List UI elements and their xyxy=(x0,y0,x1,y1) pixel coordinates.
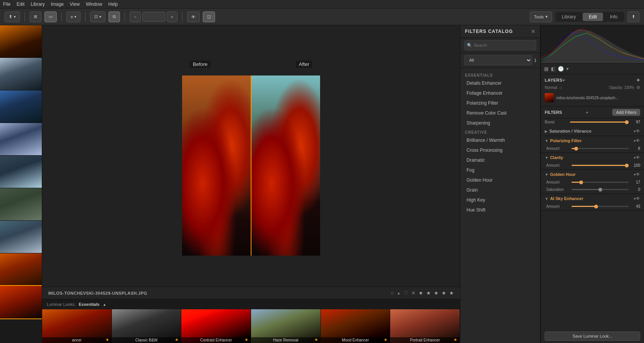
ai-sky-amount-thumb[interactable] xyxy=(594,205,598,208)
split-line[interactable] xyxy=(251,75,251,256)
panel-chevron[interactable]: ▾ xyxy=(566,66,569,72)
list-view-button[interactable]: ≡ ▾ xyxy=(66,11,80,22)
menu-library[interactable]: Library xyxy=(31,2,45,7)
menu-window[interactable]: Window xyxy=(86,2,102,7)
layers-icon[interactable]: ◧ xyxy=(551,66,555,72)
tools-button[interactable]: Tools ▾ xyxy=(530,11,552,22)
add-filters-button[interactable]: Add Filters xyxy=(612,109,640,116)
heart-icon[interactable]: ♡ xyxy=(404,290,408,296)
look-star-3[interactable]: ★ xyxy=(245,337,248,342)
menu-edit[interactable]: Edit xyxy=(16,2,25,7)
boost-thumb[interactable] xyxy=(625,120,629,124)
blend-mode-select[interactable]: Normal xyxy=(545,85,557,90)
tab-edit[interactable]: Edit xyxy=(583,13,603,21)
golden-hour-saturation-thumb[interactable] xyxy=(598,188,602,192)
star-1[interactable]: ★ xyxy=(419,290,423,296)
ai-sky-amount-track[interactable] xyxy=(572,206,629,207)
category-chevron[interactable]: ▲ xyxy=(103,302,107,307)
star-4[interactable]: ★ xyxy=(442,290,446,296)
star-3[interactable]: ★ xyxy=(434,290,439,296)
star-2[interactable]: ★ xyxy=(426,290,431,296)
save-luminar-look-button[interactable]: Save Luminar Look... xyxy=(545,332,640,341)
clock-icon[interactable]: 🕐 xyxy=(558,66,564,72)
look-thumb-5[interactable]: Mood Enhancer ★ xyxy=(321,309,391,343)
looks-category[interactable]: Essentials xyxy=(79,302,99,307)
polarizing-chevron[interactable]: ▼ xyxy=(545,139,549,143)
zoom-out-button[interactable]: − xyxy=(130,11,140,22)
look-star-2[interactable]: ★ xyxy=(175,337,179,342)
menu-view[interactable]: View xyxy=(70,2,80,7)
tab-library[interactable]: Library xyxy=(556,13,582,21)
before-after-button[interactable]: ◫ xyxy=(203,11,215,22)
fc-category-select[interactable]: All xyxy=(464,55,532,65)
filmstrip-thumb-1[interactable] xyxy=(0,25,42,58)
fc-item-high-key[interactable]: High Key xyxy=(460,195,540,205)
zoom-input[interactable]: 10% xyxy=(142,12,165,22)
golden-hour-amount-track[interactable] xyxy=(572,182,629,183)
fc-item-grain[interactable]: Grain xyxy=(460,185,540,195)
filter-header-polarizing[interactable]: ▼ Polarizing Filter ▾ 👁 xyxy=(541,136,644,145)
look-thumb-6[interactable]: Portrait Enhancer ★ xyxy=(390,309,460,343)
golden-hour-eye-icon[interactable]: 👁 xyxy=(636,172,640,177)
share-button[interactable]: ⬆ xyxy=(628,11,639,22)
fc-item-remove-color-cast[interactable]: Remove Color Cast xyxy=(460,108,540,118)
fc-item-dramatic[interactable]: Dramatic xyxy=(460,155,540,165)
filters-chevron[interactable]: ▾ xyxy=(586,110,588,115)
look-thumb-4[interactable]: Haze Removal ★ xyxy=(251,309,321,343)
reject-icon[interactable]: ✕ xyxy=(411,290,416,296)
clarity-amount-track[interactable] xyxy=(572,165,629,166)
filmstrip-thumb-9[interactable] xyxy=(0,286,42,318)
layer-gear-icon[interactable]: ⚙ xyxy=(636,85,640,90)
fc-search-input[interactable] xyxy=(464,40,536,50)
look-thumb-3[interactable]: Contrast Enhancer ★ xyxy=(181,309,251,343)
eye-button[interactable]: 👁 xyxy=(187,11,200,22)
split-image-container[interactable] xyxy=(182,75,320,256)
fc-close-button[interactable]: ✕ xyxy=(531,28,536,34)
golden-hour-saturation-track[interactable] xyxy=(572,189,629,190)
filter-header-clarity[interactable]: ▼ Clarity ▾ 👁 xyxy=(541,153,644,162)
compare-button[interactable]: ⧉ xyxy=(108,11,120,22)
look-star-5[interactable]: ★ xyxy=(384,337,388,342)
saturation-eye-icon[interactable]: 👁 xyxy=(636,128,640,134)
export-button[interactable]: ⬆ ▾ xyxy=(5,11,20,22)
clarity-amount-thumb[interactable] xyxy=(625,164,629,167)
circle-icon[interactable]: ○ xyxy=(391,290,394,296)
filmstrip-thumb-5[interactable] xyxy=(0,156,42,188)
look-thumb-1[interactable]: ancer ★ xyxy=(42,309,112,343)
filmstrip-thumb-6[interactable] xyxy=(0,188,42,221)
fc-item-sharpening[interactable]: Sharpening xyxy=(460,118,540,128)
clarity-chevron[interactable]: ▼ xyxy=(545,156,549,160)
look-star-1[interactable]: ★ xyxy=(105,337,109,342)
boost-track[interactable] xyxy=(570,121,629,123)
clarity-eye-icon[interactable]: 👁 xyxy=(636,155,640,160)
filmstrip-thumb-4[interactable] xyxy=(0,123,42,156)
fc-item-polarizing-filter[interactable]: Polarizing Filter xyxy=(460,98,540,108)
menu-help[interactable]: Help xyxy=(108,2,118,7)
look-star-4[interactable]: ★ xyxy=(314,337,318,342)
polarizing-amount-thumb[interactable] xyxy=(574,147,578,151)
menu-image[interactable]: Image xyxy=(51,2,64,7)
golden-hour-chevron[interactable]: ▼ xyxy=(545,172,549,177)
filmstrip-thumb-3[interactable] xyxy=(0,90,42,123)
filter-header-saturation[interactable]: ▶ Saturation / Vibrance ▾ 👁 xyxy=(541,126,644,136)
fc-item-brilliance-warmth[interactable]: Brilliance / Warmth xyxy=(460,135,540,145)
fc-item-foliage-enhancer[interactable]: Foliage Enhancer xyxy=(460,88,540,98)
saturation-chevron[interactable]: ▶ xyxy=(545,129,548,133)
look-star-6[interactable]: ★ xyxy=(453,337,457,342)
filter-header-ai-sky[interactable]: ▼ AI Sky Enhancer ▾ 👁 xyxy=(541,194,644,203)
golden-hour-amount-thumb[interactable] xyxy=(579,181,583,184)
filmstrip-thumb-8[interactable] xyxy=(0,253,42,286)
polarizing-amount-track[interactable] xyxy=(572,148,629,149)
ai-sky-chevron[interactable]: ▼ xyxy=(545,197,549,201)
look-thumb-2[interactable]: Classic B&W ★ xyxy=(112,309,182,343)
layers-add[interactable]: + xyxy=(636,77,640,84)
filter-header-golden-hour[interactable]: ▼ Golden Hour ▾ 👁 xyxy=(541,170,644,179)
filmstrip-thumb-2[interactable] xyxy=(0,58,42,90)
fc-item-details-enhancer[interactable]: Details Enhancer xyxy=(460,78,540,88)
star-5[interactable]: ★ xyxy=(449,290,454,296)
crop-button[interactable]: ⊡ ▾ xyxy=(90,11,105,22)
polarizing-eye-icon[interactable]: 👁 xyxy=(636,138,640,143)
histogram-icon[interactable]: ▦ xyxy=(544,66,549,72)
fc-item-fog[interactable]: Fog xyxy=(460,165,540,175)
fc-item-golden-hour[interactable]: Golden Hour xyxy=(460,175,540,185)
